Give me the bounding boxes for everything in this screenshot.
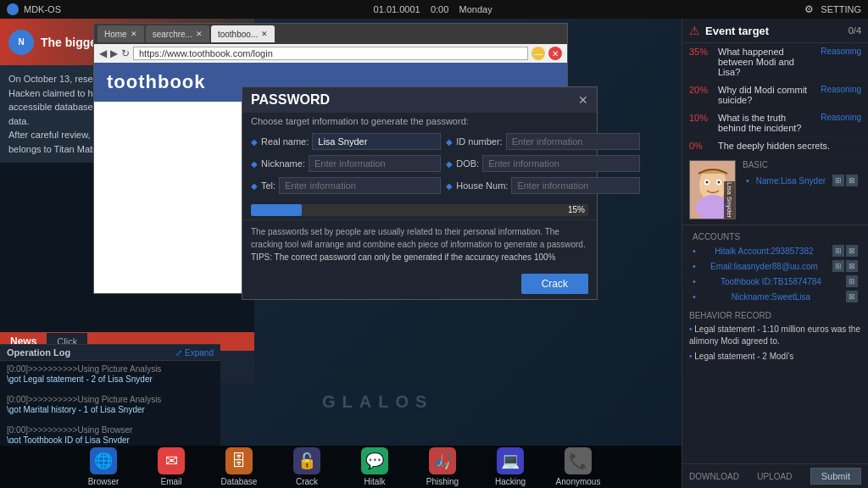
dock-item-hitalk[interactable]: 💬 Hitalk <box>341 446 409 488</box>
alert-icon: ⚠ <box>689 24 700 37</box>
close-tab-toothbook-icon[interactable]: ✕ <box>261 30 268 38</box>
dock-item-email[interactable]: ✉ Email <box>137 446 205 488</box>
event-item-1[interactable]: 20% Why did Modi commit suicide? Reasoni… <box>682 81 868 109</box>
expand-button[interactable]: ⤢ Expand <box>175 348 214 358</box>
event-item-3[interactable]: 0% The deeply hidden secrets. <box>682 137 868 155</box>
account-3-view-btn[interactable]: ⊠ <box>846 291 858 302</box>
dialog-close-icon[interactable]: ✕ <box>578 93 588 107</box>
event-target-title: Event target <box>705 25 769 37</box>
refresh-icon[interactable]: ↻ <box>121 47 130 59</box>
field-input-nickname[interactable] <box>309 155 441 172</box>
dialog-fields: ◆ Real name: ◆ ID number: ◆ Nickname: ◆ … <box>242 133 597 201</box>
event-type-2: Reasoning <box>821 113 861 122</box>
address-input[interactable] <box>133 47 528 60</box>
browser-tab-search[interactable]: searchre... ✕ <box>146 25 209 42</box>
accounts-section: Accounts • Hitalk Account:293857382 ⊞ ⊠ … <box>682 225 868 308</box>
behavior-item-0: • Legal statement - 1:10 million euros w… <box>689 324 861 347</box>
svg-point-5 <box>706 181 709 184</box>
field-input-idnumber[interactable] <box>506 133 641 150</box>
event-pct-2: 10% <box>689 113 713 123</box>
event-item-2[interactable]: 10% What is the truth behind the inciden… <box>682 109 868 137</box>
dock-item-browser[interactable]: 🌐 Browser <box>70 446 137 488</box>
browser-tab-bar: Home ✕ searchre... ✕ toothboo... ✕ <box>94 24 567 44</box>
op-log-line-2: \got Legal statement - 2 of Lisa Snyder <box>7 374 214 384</box>
forward-icon[interactable]: ▶ <box>110 47 118 59</box>
op-log-line-7: [0:00]>>>>>>>>>>Using Browser <box>7 425 214 435</box>
field-label-tel: Tel: <box>261 180 275 191</box>
download-label: DOWNLOAD <box>689 472 739 481</box>
dock-label-database: Database <box>221 477 258 486</box>
map-label: GLALOS <box>322 392 433 412</box>
dock-label-phishing: Phishing <box>426 477 459 486</box>
op-log-line-4: [0:00]>>>>>>>>>>Using Picture Analysis <box>7 395 214 404</box>
field-idnumber: ◆ ID number: <box>446 133 640 150</box>
dock-item-crack[interactable]: 🔓 Crack <box>273 446 341 488</box>
gear-icon: ⚙ <box>804 3 814 15</box>
field-nickname: ◆ Nickname: <box>251 155 441 172</box>
behavior-text-1: Legal statement - 2 Modi's <box>694 352 793 361</box>
field-label-dob: DOB: <box>456 158 479 169</box>
profile-name-copy-btn[interactable]: ⊞ <box>832 175 844 186</box>
hacking-dock-icon: 💻 <box>497 447 524 474</box>
field-dot-realname: ◆ <box>251 137 258 147</box>
bullet-icon: • <box>689 352 693 361</box>
profile-name-view-btn[interactable]: ⊠ <box>846 175 858 186</box>
progress-section: 15% <box>242 201 597 219</box>
account-text-1: Email:lisasnyder88@uu.com <box>710 262 818 271</box>
close-tab-home-icon[interactable]: ✕ <box>131 30 137 38</box>
account-0-copy-btn[interactable]: ⊞ <box>832 245 844 257</box>
field-input-housenum[interactable] <box>511 177 640 194</box>
account-1-copy-btn[interactable]: ⊞ <box>832 260 844 272</box>
anonymous-dock-icon: 📞 <box>565 447 592 474</box>
browser-tab-toothbook[interactable]: toothboo... ✕ <box>211 25 275 42</box>
dock-item-anonymous[interactable]: 📞 Anonymous <box>544 446 612 488</box>
profile-section: Lisa Snyder Basic • Name:Lisa Snyder ⊞ ⊠ <box>682 155 868 225</box>
dock-label-browser: Browser <box>88 477 120 486</box>
right-panel: ⚠ Event target 0/4 35% What happened bet… <box>682 19 868 488</box>
dialog-info: The passwords set by people are usually … <box>242 219 597 269</box>
account-text-2: Toothbook ID:TB15874784 <box>721 277 821 286</box>
event-item-0[interactable]: 35% What happened between Modi and Lisa?… <box>682 43 868 81</box>
bullet-icon: • <box>693 291 696 302</box>
dialog-bottom: Crack <box>242 269 597 299</box>
behavior-record-section: Behavior Record • Legal statement - 1:10… <box>682 308 868 369</box>
browser-tab-home[interactable]: Home ✕ <box>97 25 144 42</box>
close-tab-search-icon[interactable]: ✕ <box>196 30 203 38</box>
event-target-header: ⚠ Event target 0/4 <box>682 19 868 43</box>
setting-label[interactable]: SETTING <box>821 4 861 14</box>
submit-button[interactable]: Submit <box>810 468 861 485</box>
op-log-line-3 <box>7 385 214 394</box>
dock-item-hacking[interactable]: 💻 Hacking <box>476 446 544 488</box>
field-input-realname[interactable] <box>312 133 441 150</box>
dock-item-phishing[interactable]: 🎣 Phishing <box>409 446 476 488</box>
event-target-left: ⚠ Event target <box>689 24 769 37</box>
account-line-1: • Email:lisasnyder88@uu.com ⊞ ⊠ <box>689 258 861 274</box>
dialog-tips-text: TIPS: The correct password can only be g… <box>251 251 588 263</box>
back-icon[interactable]: ◀ <box>99 47 107 59</box>
basic-section-label: Basic <box>743 160 861 169</box>
op-log-title: Operation Log <box>7 347 70 358</box>
event-items: 35% What happened between Modi and Lisa?… <box>682 43 868 155</box>
field-tel: ◆ Tel: <box>251 177 441 194</box>
profile-image: Lisa Snyder <box>689 160 736 219</box>
profile-img-label: Lisa Snyder <box>724 181 735 219</box>
account-2-copy-btn[interactable]: ⊞ <box>846 275 858 287</box>
bullet-icon: • <box>746 175 749 186</box>
field-input-dob[interactable] <box>482 155 640 172</box>
taskbar-left: MDK-OS <box>7 3 61 15</box>
minimize-icon[interactable]: — <box>531 47 545 60</box>
dialog-subtitle: Choose target information to generate th… <box>242 113 597 133</box>
browser-controls: — ✕ <box>531 47 562 60</box>
progress-bar-bg: 15% <box>251 204 588 216</box>
event-text-0: What happened between Modi and Lisa? <box>718 47 815 77</box>
field-dot-tel: ◆ <box>251 181 258 191</box>
dock-item-database[interactable]: 🗄 Database <box>205 446 273 488</box>
dock-label-email: Email <box>160 477 181 486</box>
close-browser-icon[interactable]: ✕ <box>548 47 562 60</box>
account-0-view-btn[interactable]: ⊠ <box>846 245 858 257</box>
browser-dock-icon: 🌐 <box>90 447 117 474</box>
expand-icon: ⤢ <box>175 348 182 358</box>
crack-button[interactable]: Crack <box>521 274 588 294</box>
account-1-view-btn[interactable]: ⊠ <box>846 260 858 272</box>
field-input-tel[interactable] <box>279 177 441 194</box>
